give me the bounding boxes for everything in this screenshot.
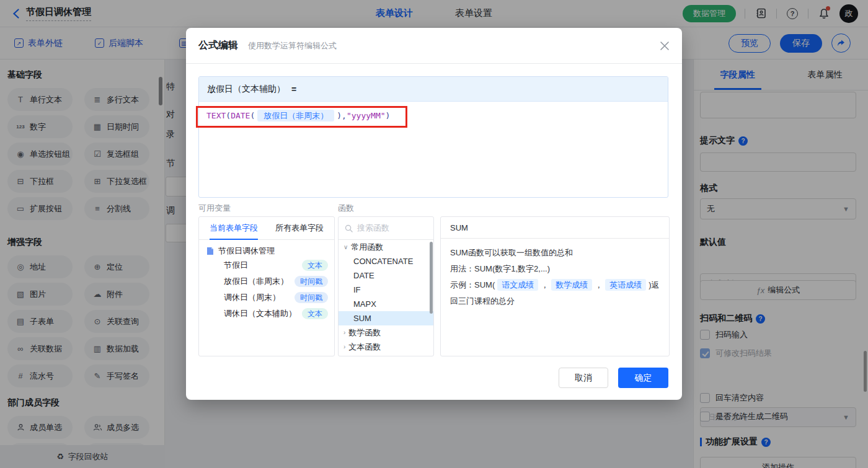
search-icon [345, 224, 353, 232]
function-group-text[interactable]: › 文本函数 [339, 340, 433, 354]
variable-row[interactable]: 放假日（非周末） 时间戳 [199, 273, 334, 289]
tab-all-form-fields[interactable]: 所有表单字段 [275, 223, 324, 234]
example-field-chip: 英语成绩 [605, 279, 646, 291]
function-item-sum-selected[interactable]: SUM [339, 311, 433, 325]
equals-sign: = [291, 84, 296, 94]
function-item-if[interactable]: IF [339, 283, 433, 297]
variable-name: 调休日（周末） [224, 292, 280, 303]
functions-panel: 搜索函数 ∨ 常用函数 CONCATENATE DATE IF MAPX SUM… [338, 216, 434, 356]
variables-panel: 当前表单字段 所有表单字段 节假日调休管理 节假日 文本 放假日（非周末） 时间… [198, 216, 335, 356]
confirm-button[interactable]: 确定 [618, 368, 668, 388]
formula-target-field: 放假日（文本辅助） [207, 84, 285, 95]
function-detail-body: SUM函数可以获取一组数值的总和 用法：SUM(数字1,数字2,...) 示例：… [441, 239, 669, 316]
chevron-expanded-icon: ∨ [343, 244, 348, 250]
variables-label: 可用变量 [198, 203, 231, 214]
formula-target-bar: 放假日（文本辅助） = [199, 77, 668, 102]
tab-current-form-fields[interactable]: 当前表单字段 [210, 223, 258, 234]
function-group-common[interactable]: ∨ 常用函数 [339, 240, 433, 254]
formula-editor-modal: 公式编辑 使用数学运算符编辑公式 放假日（文本辅助） = TEXT(DATE(放… [186, 28, 682, 400]
function-item-mapx[interactable]: MAPX [339, 297, 433, 311]
form-doc-icon [206, 247, 214, 255]
function-search[interactable]: 搜索函数 [339, 217, 433, 240]
red-annotation-box [196, 106, 407, 128]
variable-name: 节假日 [224, 260, 248, 271]
function-detail-title: SUM [441, 217, 669, 239]
variable-row[interactable]: 调休日（文本辅助） 文本 [199, 306, 334, 322]
variable-type-tag: 文本 [302, 308, 328, 319]
variable-name: 放假日（非周末） [224, 276, 288, 287]
function-group-math[interactable]: › 数学函数 [339, 325, 433, 340]
variable-name: 调休日（文本辅助） [224, 308, 296, 319]
app: 节假日调休管理 表单设计 表单设置 数据管理 ? 政 ↗ 表单外链 [0, 0, 868, 468]
modal-header: 公式编辑 使用数学运算符编辑公式 [186, 28, 682, 64]
function-detail-panel: SUM SUM函数可以获取一组数值的总和 用法：SUM(数字1,数字2,...)… [440, 216, 670, 356]
formula-editor[interactable]: 放假日（文本辅助） = TEXT(DATE(放假日（非周末）),"yyyyMM"… [198, 76, 668, 198]
example-field-chip: 语文成绩 [497, 279, 538, 291]
close-icon[interactable] [660, 41, 670, 51]
functions-label: 函数 [338, 203, 354, 214]
function-description: SUM函数可以获取一组数值的总和 [450, 245, 660, 261]
chevron-collapsed-icon: › [343, 329, 345, 336]
function-item-concatenate[interactable]: CONCATENATE [339, 254, 433, 268]
modal-title: 公式编辑 [198, 39, 238, 52]
variable-type-tag: 时间戳 [294, 292, 328, 303]
cancel-button[interactable]: 取消 [559, 368, 608, 388]
chevron-collapsed-icon: › [343, 343, 345, 350]
search-placeholder: 搜索函数 [357, 223, 389, 234]
modal-subtitle: 使用数学运算符编辑公式 [248, 40, 337, 51]
variable-type-tag: 时间戳 [294, 276, 328, 287]
variable-row[interactable]: 调休日（周末） 时间戳 [199, 289, 334, 306]
variable-row[interactable]: 节假日 文本 [199, 257, 334, 273]
function-usage: 用法：SUM(数字1,数字2,...) [450, 261, 660, 277]
function-example: 示例：SUM(语文成绩，数学成绩，英语成绩)返回三门课程的总分 [450, 277, 660, 309]
function-item-date[interactable]: DATE [339, 268, 433, 283]
variable-type-tag: 文本 [302, 260, 328, 271]
example-field-chip: 数学成绩 [551, 279, 592, 291]
functions-scrollbar[interactable] [430, 242, 433, 314]
variables-tabs: 当前表单字段 所有表单字段 [199, 217, 334, 240]
variables-tree-root[interactable]: 节假日调休管理 [199, 240, 334, 257]
